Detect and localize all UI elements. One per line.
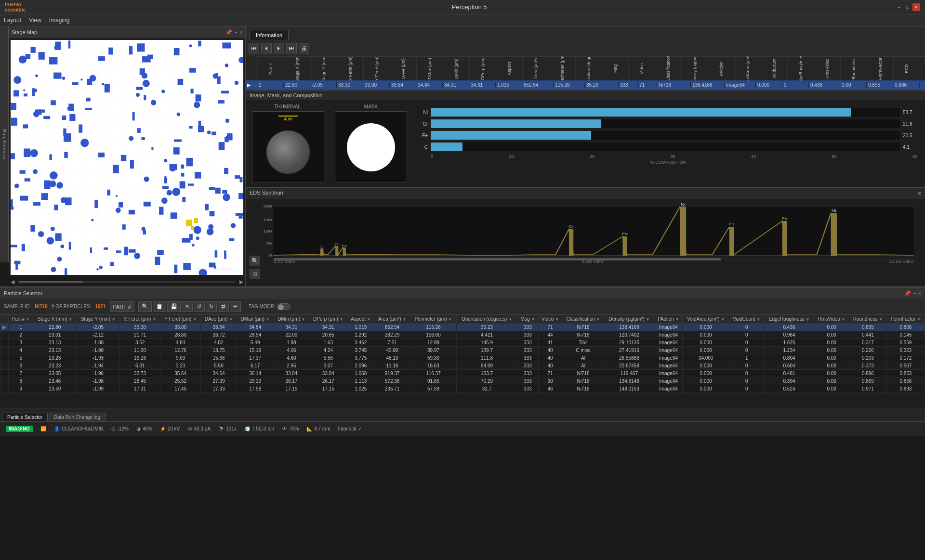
col-ecd[interactable]: ECD [893, 56, 920, 80]
maximize-button[interactable]: □ [904, 3, 912, 11]
col-dave[interactable]: DAve (μm) [390, 56, 416, 80]
table-row[interactable]: 6 23.23 -1.94 6.31 3.23 5.59 6.17 2.95 3… [0, 362, 925, 370]
col-dmax[interactable]: DMax (μm) [416, 56, 443, 80]
table-row[interactable]: 9 23.59 -1.99 17.31 17.45 17.33 17.58 17… [0, 385, 925, 393]
col-edge-roughness[interactable]: EdgeRoughness [787, 56, 814, 80]
col-video[interactable]: Video [628, 56, 655, 80]
nav-next[interactable]: ⏵ [274, 43, 284, 53]
col-paction[interactable]: PAction [708, 56, 734, 80]
col-mag[interactable]: Mag [602, 56, 628, 80]
th-stage-y[interactable]: Stage Y (mm) ▼ [77, 315, 120, 324]
sync-btn[interactable]: ⇄ [218, 301, 229, 312]
table-row[interactable]: 3 23.13 -1.88 3.52 4.84 4.82 5.49 1.98 1… [0, 339, 925, 347]
close-button[interactable]: × [912, 3, 920, 11]
search-btn[interactable]: 🔍 [138, 301, 152, 312]
th-dmin[interactable]: DMin (μm) ▼ [274, 315, 309, 324]
refresh-btn[interactable]: ↺ [194, 301, 205, 312]
table-row[interactable]: 5 23.23 -1.93 16.28 9.09 15.66 17.37 4.6… [0, 354, 925, 362]
data-table[interactable]: Part # ▼ Stage X (mm) ▼ Stage Y (mm) ▼ X… [0, 314, 925, 408]
col-void-count[interactable]: VoidCount [761, 56, 787, 80]
th-stage-x[interactable]: Stage X (mm) ▼ [33, 315, 77, 324]
th-paction[interactable]: PAction ▼ [654, 315, 683, 324]
col-skeleton[interactable]: Skeleton (μm) [920, 56, 925, 80]
refresh2-btn[interactable]: ↻ [206, 301, 217, 312]
th-dperp[interactable]: DPerp (μm) ▼ [309, 315, 347, 324]
data-columns-container[interactable]: Part # Stage X (mm) Stage Y (mm) X Feret… [246, 56, 925, 80]
scroll-right[interactable]: ▶ [239, 279, 243, 285]
menu-imaging[interactable]: Imaging [49, 17, 70, 24]
table-icon[interactable]: ⊞ [250, 269, 260, 279]
table-row[interactable]: 8 23.46 -1.98 28.45 25.52 27.39 29.13 26… [0, 378, 925, 385]
th-void-area[interactable]: VoidArea (μm²) ▼ [683, 315, 729, 324]
th-aspect[interactable]: Aspect ▼ [347, 315, 374, 324]
col-void-area[interactable]: VoidArea (μm²) [734, 56, 761, 80]
col-part[interactable]: Part # [257, 56, 284, 80]
th-perimeter[interactable]: Perimeter (μm) ▼ [410, 315, 457, 324]
table-row[interactable]: 2 23.01 -2.12 21.71 28.60 26.72 28.54 22… [0, 331, 925, 339]
th-classification[interactable]: Classification ▼ [562, 315, 604, 324]
col-rms-video[interactable]: RmsVideo [814, 56, 840, 80]
col-stage-y[interactable]: Stage Y (mm) [310, 56, 337, 80]
col-stage-x[interactable]: Stage X (mm) [284, 56, 310, 80]
minimize-button[interactable]: − [895, 3, 903, 11]
th-edge-roughness[interactable]: EdgeRoughness ▼ [764, 315, 814, 324]
col-aspect[interactable]: Aspect [496, 56, 522, 80]
cell-pa: Image64 [654, 370, 683, 378]
th-y-feret[interactable]: Y Feret (μm) ▼ [160, 315, 201, 324]
nav-prev[interactable]: ⏴ [261, 43, 272, 53]
th-dave[interactable]: DAve (μm) ▼ [201, 315, 237, 324]
th-mag[interactable]: Mag ▼ [517, 315, 538, 324]
nav-last[interactable]: ⏭ [286, 43, 297, 53]
th-rms-video[interactable]: RmsVideo ▼ [814, 315, 849, 324]
col-roundness[interactable]: Roundness [840, 56, 867, 80]
th-dmax[interactable]: DMax (μm) ▼ [237, 315, 274, 324]
tag-mode-toggle[interactable] [277, 303, 291, 310]
run-selector[interactable]: Run Selector [0, 26, 9, 262]
nav-print[interactable]: 🖨 [299, 43, 309, 53]
col-dperp[interactable]: DPerp (μm) [469, 56, 496, 80]
col-x-feret[interactable]: X Feret (μm) [337, 56, 363, 80]
undo-btn[interactable]: ↩ [230, 301, 241, 312]
th-density[interactable]: Density (pg/μm³) ▼ [604, 315, 654, 324]
stage-map-canvas[interactable]: www.instrument.com.cn [11, 40, 243, 275]
menu-view[interactable]: View [29, 17, 41, 24]
stage-map-close[interactable]: × [239, 29, 242, 36]
th-orientation[interactable]: Orientation (degrees) ▼ [456, 315, 517, 324]
tab-information[interactable]: Information [250, 30, 289, 40]
tab-data-run[interactable]: Data Run Change log [49, 413, 106, 421]
col-form-factor[interactable]: FormFactor [867, 56, 893, 80]
table-row[interactable]: ▶ 1 22.80 -2.05 33.30 33.00 33.84 34.84 … [0, 324, 925, 331]
th-area[interactable]: Area (μm²) ▼ [374, 315, 410, 324]
th-roundness[interactable]: Roundness ▼ [849, 315, 887, 324]
table-row[interactable]: 7 23.05 -1.96 33.73 35.64 34.64 36.14 33… [0, 370, 925, 378]
col-dmin[interactable]: DMin (μm) [443, 56, 469, 80]
ps-close[interactable]: × [918, 290, 921, 296]
th-video[interactable]: Video ▼ [538, 315, 562, 324]
col-classification[interactable]: Classification [655, 56, 681, 80]
ps-minimize[interactable]: − [913, 290, 916, 296]
col-perimeter[interactable]: Perimeter (μm) [549, 56, 575, 80]
menu-layout[interactable]: Layout [4, 17, 21, 24]
th-void-count[interactable]: VoidCount ▼ [729, 315, 764, 324]
th-x-feret[interactable]: X Feret (μm) ▼ [120, 315, 160, 324]
zoom-icon[interactable]: 🔍 [250, 256, 260, 266]
save-btn[interactable]: 💾 [167, 301, 181, 312]
stage-map-pin[interactable]: 📌 [225, 29, 232, 36]
copy-btn[interactable]: 📋 [153, 301, 166, 312]
th-part[interactable]: Part # ▼ [9, 315, 33, 324]
col-y-feret[interactable]: Y Feret (μm) [363, 56, 390, 80]
scroll-left[interactable]: ◀ [11, 279, 14, 285]
col-area[interactable]: Area (μm²) [522, 56, 549, 80]
tab-particle-selector[interactable]: Particle Selector [2, 413, 48, 421]
stage-map-minimize[interactable]: − [234, 29, 237, 36]
ps-pin[interactable]: 📌 [904, 290, 911, 297]
th-form-factor[interactable]: FormFactor ▼ [886, 315, 925, 324]
col-density[interactable]: Density (pg/μm³) [681, 56, 708, 80]
cell-void-area: 0.000 [756, 82, 782, 88]
eds-close-icon[interactable]: × [917, 190, 921, 197]
table-row[interactable]: 4 23.13 -1.90 11.00 12.76 13.75 15.19 4.… [0, 347, 925, 354]
col-orientation[interactable]: Orientation (degrees) [575, 56, 602, 80]
delete-btn[interactable]: ✕ [182, 301, 193, 312]
nav-first[interactable]: ⏮ [249, 43, 259, 53]
part-hash-btn[interactable]: PART # [110, 301, 134, 312]
